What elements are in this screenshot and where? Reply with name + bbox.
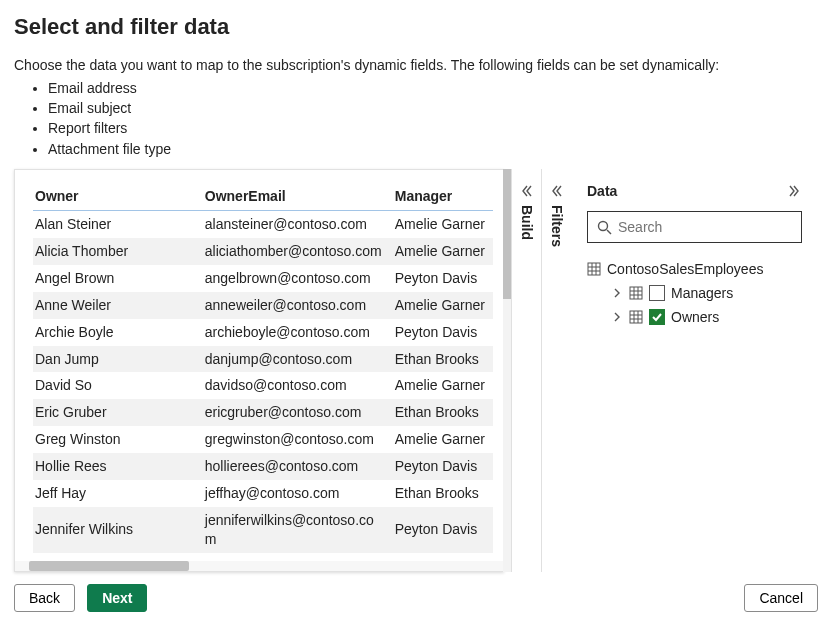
cell-owner: Angel Brown: [33, 265, 203, 292]
cell-owner: Eric Gruber: [33, 399, 203, 426]
cell-owneremail: jenniferwilkins@contoso.com: [203, 507, 393, 553]
search-input[interactable]: [618, 219, 793, 235]
svg-rect-1: [588, 263, 600, 275]
table-name: Managers: [671, 285, 733, 301]
build-panel-handle[interactable]: Build: [511, 169, 541, 572]
cell-owneremail: hollierees@contoso.com: [203, 453, 393, 480]
table-row[interactable]: David Sodavidso@contoso.comAmelie Garner: [33, 372, 493, 399]
table-row[interactable]: Anne Weileranneweiler@contoso.comAmelie …: [33, 292, 493, 319]
cell-owneremail: ericgruber@contoso.com: [203, 399, 393, 426]
cell-owner: Jeff Hay: [33, 480, 203, 507]
table-row[interactable]: Jennifer Wilkinsjenniferwilkins@contoso.…: [33, 507, 493, 553]
collapse-panel-icon[interactable]: [786, 183, 802, 199]
cell-owneremail: alansteiner@contoso.com: [203, 211, 393, 238]
table-row[interactable]: Eric Gruberericgruber@contoso.comEthan B…: [33, 399, 493, 426]
check-icon: [651, 311, 663, 323]
dataset-name: ContosoSalesEmployees: [607, 261, 763, 277]
cell-manager: Peyton Davis: [393, 319, 493, 346]
cell-owneremail: anneweiler@contoso.com: [203, 292, 393, 319]
search-icon: [596, 219, 612, 235]
table-row[interactable]: Greg Winstongregwinston@contoso.comAmeli…: [33, 426, 493, 453]
table-row[interactable]: Alan Steineralansteiner@contoso.comAmeli…: [33, 211, 493, 238]
chevron-double-left-icon: [519, 183, 535, 199]
horizontal-scrollbar[interactable]: [15, 561, 503, 571]
cell-manager: Amelie Garner: [393, 238, 493, 265]
cell-manager: Peyton Davis: [393, 265, 493, 292]
table-name: Owners: [671, 309, 719, 325]
column-header-owneremail[interactable]: OwnerEmail: [203, 184, 393, 211]
table-row[interactable]: Archie Boylearchieboyle@contoso.comPeyto…: [33, 319, 493, 346]
cell-owner: Archie Boyle: [33, 319, 203, 346]
back-button[interactable]: Back: [14, 584, 75, 612]
cell-owner: Alicia Thomber: [33, 238, 203, 265]
filters-panel-handle[interactable]: Filters: [541, 169, 571, 572]
table-icon: [629, 286, 643, 300]
cell-owner: Greg Winston: [33, 426, 203, 453]
intro-text: Choose the data you want to map to the s…: [14, 56, 818, 75]
page-title: Select and filter data: [14, 14, 818, 40]
data-panel-title: Data: [587, 183, 617, 199]
list-item: Email subject: [48, 98, 818, 118]
table-row[interactable]: Angel Brownangelbrown@contoso.comPeyton …: [33, 265, 493, 292]
cell-manager: Amelie Garner: [393, 292, 493, 319]
column-header-owner[interactable]: Owner: [33, 184, 203, 211]
next-button[interactable]: Next: [87, 584, 147, 612]
cell-owneremail: davidso@contoso.com: [203, 372, 393, 399]
cell-manager: Amelie Garner: [393, 211, 493, 238]
data-preview-table: Owner OwnerEmail Manager Alan Steinerala…: [14, 169, 504, 572]
table-row[interactable]: Hollie Reeshollierees@contoso.comPeyton …: [33, 453, 493, 480]
chevron-right-icon: [611, 311, 623, 323]
table-row[interactable]: Dan Jumpdanjump@contoso.comEthan Brooks: [33, 346, 493, 373]
cell-owneremail: jeffhay@contoso.com: [203, 480, 393, 507]
table-node[interactable]: Managers: [587, 281, 802, 305]
cell-owner: Hollie Rees: [33, 453, 203, 480]
cell-owneremail: aliciathomber@contoso.com: [203, 238, 393, 265]
dataset-node[interactable]: ContosoSalesEmployees: [587, 257, 802, 281]
column-header-manager[interactable]: Manager: [393, 184, 493, 211]
cell-owner: Anne Weiler: [33, 292, 203, 319]
cell-manager: Ethan Brooks: [393, 346, 493, 373]
data-panel: Data ContosoSalesEmployees ManagersOwner…: [571, 169, 818, 572]
table-node[interactable]: Owners: [587, 305, 802, 329]
svg-rect-2: [630, 287, 642, 299]
table-checkbox[interactable]: [649, 309, 665, 325]
vertical-scrollbar[interactable]: [503, 169, 511, 572]
cell-owneremail: gregwinston@contoso.com: [203, 426, 393, 453]
list-item: Report filters: [48, 118, 818, 138]
search-input-wrapper[interactable]: [587, 211, 802, 243]
cell-owner: Jennifer Wilkins: [33, 507, 203, 553]
dynamic-fields-list: Email address Email subject Report filte…: [48, 78, 818, 159]
cell-owneremail: danjump@contoso.com: [203, 346, 393, 373]
cell-manager: Amelie Garner: [393, 426, 493, 453]
cell-manager: Ethan Brooks: [393, 399, 493, 426]
list-item: Email address: [48, 78, 818, 98]
cell-owner: Dan Jump: [33, 346, 203, 373]
table-row[interactable]: Jeff Hayjeffhay@contoso.comEthan Brooks: [33, 480, 493, 507]
svg-point-0: [599, 222, 608, 231]
list-item: Attachment file type: [48, 139, 818, 159]
chevron-double-left-icon: [549, 183, 565, 199]
cell-owneremail: archieboyle@contoso.com: [203, 319, 393, 346]
table-icon: [629, 310, 643, 324]
cell-manager: Peyton Davis: [393, 453, 493, 480]
filters-panel-label: Filters: [549, 205, 565, 247]
build-panel-label: Build: [519, 205, 535, 240]
cell-manager: Peyton Davis: [393, 507, 493, 553]
cell-manager: Ethan Brooks: [393, 480, 493, 507]
cancel-button[interactable]: Cancel: [744, 584, 818, 612]
table-checkbox[interactable]: [649, 285, 665, 301]
table-icon: [587, 262, 601, 276]
svg-rect-3: [630, 311, 642, 323]
table-scroll-area[interactable]: Owner OwnerEmail Manager Alan Steinerala…: [15, 170, 503, 571]
chevron-right-icon: [611, 287, 623, 299]
cell-manager: Amelie Garner: [393, 372, 493, 399]
table-row[interactable]: Alicia Thomberaliciathomber@contoso.comA…: [33, 238, 493, 265]
cell-owner: Alan Steiner: [33, 211, 203, 238]
cell-owneremail: angelbrown@contoso.com: [203, 265, 393, 292]
cell-owner: David So: [33, 372, 203, 399]
